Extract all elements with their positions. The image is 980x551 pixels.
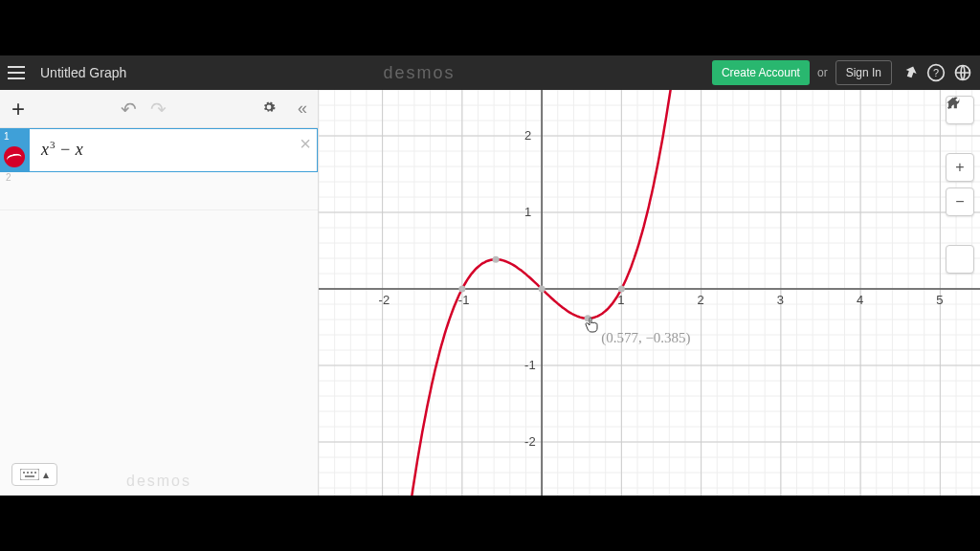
expression-input[interactable]: x3 − x <box>30 129 317 171</box>
or-text: or <box>817 66 828 79</box>
svg-text:?: ? <box>933 67 939 78</box>
expression-index-number: 1 <box>4 131 10 142</box>
svg-rect-107 <box>34 472 36 474</box>
graph-tools: + − <box>946 96 974 274</box>
empty-row-index: 2 <box>6 172 11 183</box>
graph-title[interactable]: Untitled Graph <box>40 65 126 80</box>
svg-point-101 <box>493 256 500 263</box>
expression-toolbar: + ↶ ↷ « <box>0 90 318 128</box>
redo-icon[interactable]: ↷ <box>150 98 167 121</box>
svg-point-98 <box>458 286 465 293</box>
hover-coordinates: (0.577, −0.385) <box>601 330 690 346</box>
expression-row[interactable]: 1 x3 − x × <box>0 128 318 172</box>
svg-point-100 <box>618 286 625 293</box>
svg-text:4: 4 <box>857 293 863 307</box>
sign-in-button[interactable]: Sign In <box>835 60 892 85</box>
undo-icon[interactable]: ↶ <box>121 98 137 121</box>
collapse-panel-icon[interactable]: « <box>287 99 318 119</box>
svg-point-99 <box>539 286 546 293</box>
svg-rect-106 <box>31 472 33 474</box>
hamburger-icon[interactable] <box>8 62 29 83</box>
svg-text:2: 2 <box>524 128 531 143</box>
svg-text:1: 1 <box>524 205 531 219</box>
svg-text:-2: -2 <box>379 293 390 307</box>
svg-text:5: 5 <box>936 293 943 307</box>
chevron-up-icon: ▴ <box>43 468 49 481</box>
keyboard-toggle[interactable]: ▴ <box>11 463 57 486</box>
svg-text:3: 3 <box>777 293 784 307</box>
desmos-app: Untitled Graph desmos Create Account or … <box>0 55 980 496</box>
home-icon[interactable] <box>946 245 974 274</box>
keyboard-icon <box>20 469 39 480</box>
top-bar: Untitled Graph desmos Create Account or … <box>0 55 980 90</box>
settings-gear-icon[interactable] <box>251 99 287 120</box>
svg-rect-105 <box>27 472 29 474</box>
zoom-out-button[interactable]: − <box>946 187 974 216</box>
brand-logo: desmos <box>134 63 704 83</box>
svg-text:-2: -2 <box>524 434 536 449</box>
svg-rect-108 <box>25 475 34 477</box>
create-account-button[interactable]: Create Account <box>712 60 810 85</box>
empty-expression-row[interactable]: 2 <box>0 172 318 210</box>
plot-svg: -2-112345-2-112 <box>319 90 980 496</box>
expression-curve-icon[interactable] <box>4 146 25 167</box>
main-body: + ↶ ↷ « 1 x3 − x × 2 <box>0 90 980 496</box>
svg-text:-1: -1 <box>524 358 536 372</box>
svg-text:2: 2 <box>698 293 704 307</box>
expression-index: 1 <box>1 129 30 171</box>
delete-expression-icon[interactable]: × <box>300 133 311 155</box>
share-icon[interactable] <box>900 63 919 82</box>
help-icon[interactable]: ? <box>926 63 946 82</box>
svg-rect-104 <box>23 472 25 474</box>
expression-panel: + ↶ ↷ « 1 x3 − x × 2 <box>0 90 319 496</box>
zoom-in-button[interactable]: + <box>946 153 974 182</box>
language-icon[interactable] <box>953 63 972 82</box>
cursor-pointer-icon <box>585 317 600 334</box>
graph-canvas[interactable]: -2-112345-2-112 (0.577, −0.385) + − <box>319 90 980 496</box>
add-expression-button[interactable]: + <box>0 96 36 122</box>
svg-rect-103 <box>20 469 39 480</box>
